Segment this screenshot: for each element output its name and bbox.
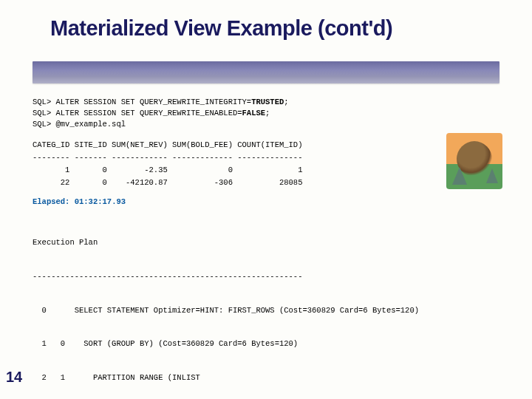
- sql-line-3: SQL> @mv_example.sql: [33, 119, 499, 130]
- plan-separator: ----------------------------------------…: [33, 271, 499, 282]
- elapsed-time: Elapsed: 01:32:17.93: [33, 197, 499, 208]
- plan-heading: Execution Plan: [33, 237, 499, 248]
- elapsed-value: 01:32:17.93: [75, 197, 126, 206]
- plan-line: 0 SELECT STATEMENT Optimizer=HINT: FIRST…: [33, 305, 499, 316]
- title-divider: [33, 61, 499, 83]
- execution-plan: Execution Plan -------------------------…: [33, 215, 499, 399]
- sql-text: ;: [265, 109, 270, 117]
- sql-keyword-false: FALSE: [242, 109, 266, 117]
- sql-line-1: SQL> ALTER SESSION SET QUERY_REWRITE_INT…: [33, 97, 499, 108]
- plan-line: 1 0 SORT (GROUP BY) (Cost=360829 Card=6 …: [33, 338, 499, 349]
- sql-keyword-trusted: TRUSTED: [251, 98, 284, 106]
- sql-text: SQL> ALTER SESSION SET QUERY_REWRITE_ENA…: [33, 109, 242, 117]
- sql-line-2: SQL> ALTER SESSION SET QUERY_REWRITE_ENA…: [33, 108, 499, 119]
- slide-body: SQL> ALTER SESSION SET QUERY_REWRITE_INT…: [0, 83, 532, 399]
- sql-text: SQL> ALTER SESSION SET QUERY_REWRITE_INT…: [33, 98, 251, 106]
- slide-title: Materialized View Example (cont'd): [0, 0, 532, 41]
- plan-line: 2 1 PARTITION RANGE (INLIST: [33, 372, 499, 383]
- elapsed-label: Elapsed:: [33, 197, 75, 206]
- result-separator: -------- ------- ------------ ----------…: [33, 152, 499, 163]
- sql-text: ;: [284, 98, 288, 106]
- result-header: CATEG_ID SITE_ID SUM(NET_REV) SUM(BOLD_F…: [33, 140, 499, 151]
- page-number: 14: [6, 369, 22, 386]
- result-row: 22 0 -42120.87 -306 28085: [33, 177, 499, 188]
- result-row: 1 0 -2.35 0 1: [33, 165, 499, 176]
